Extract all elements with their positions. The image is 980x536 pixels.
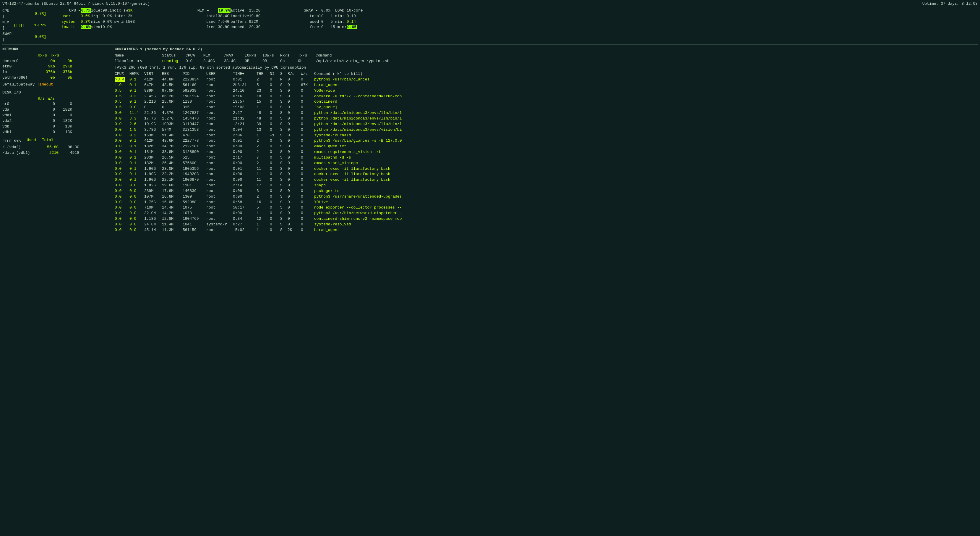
inter-label: inter (114, 14, 128, 19)
mem-bar-value: ||||| 19.9%] (13, 22, 44, 29)
mem-used-val: 7.64G (218, 19, 231, 25)
sw-int-label: sw_int (114, 19, 128, 25)
proc-11-ws: 0 (301, 138, 314, 144)
proc-12-thr: 2 (256, 144, 270, 149)
proc-16-virt: 1.90G (144, 166, 162, 172)
proc-13-time: 0:00 (233, 149, 256, 155)
proc-5-rs: 0 (288, 105, 301, 110)
disk-4-r: 0 (40, 124, 55, 129)
disk-1-name: vda (2, 107, 38, 113)
proc-16-cpu: 0.0 (115, 166, 129, 172)
proc-27-ni: 0 (270, 228, 280, 233)
mem-row4: free 30.8G cached 29.3G (197, 24, 260, 30)
proc-row-15: 0.0 0.1 182M 26.4M 575600 root 0:00 2 0 … (115, 161, 978, 166)
proc-25-time: 0:34 (233, 216, 256, 222)
proc-7-mem: 3.3 (129, 116, 144, 121)
proc-0-ni: 0 (270, 77, 280, 83)
proc-10-mem: 0.2 (129, 133, 144, 139)
disk-2-r: 0 (40, 113, 55, 118)
proc-11-mem: 0.1 (129, 138, 144, 144)
proc-23-ws: 0 (301, 205, 314, 211)
proc-8-user: root (206, 121, 233, 127)
disk-name-spacer (2, 96, 38, 102)
proc-row-8: 0.0 2.6 10.9G 1003M 3119447 root 13:21 3… (115, 121, 978, 127)
proc-2-time: 24:10 (233, 88, 256, 94)
proc-19-time: 2:14 (233, 183, 256, 188)
proc-row-12: 0.0 0.1 182M 34.7M 2127181 root 0:00 2 0… (115, 144, 978, 149)
proc-23-cpu: 0.0 (115, 205, 129, 211)
cont-0-cmd: /opt/nvidia/nvidia_entrypoint.sh (316, 59, 978, 64)
proc-25-pid: 1904769 (183, 216, 206, 222)
disk-3-name: vda2 (2, 118, 38, 124)
disk-header-row: R/s W/s (2, 96, 57, 102)
col-mem-header: MEM% (129, 71, 144, 77)
proc-12-ws: 0 (301, 144, 314, 149)
proc-11-thr: 2 (256, 138, 270, 144)
proc-23-rs: 0 (288, 205, 301, 211)
proc-19-thr: 17 (256, 183, 270, 188)
col-thr-header: THR (256, 71, 270, 77)
proc-8-cmd: python /data/miniconda3/envs/llm/bin/l (314, 121, 978, 127)
col-user-header: USER (206, 71, 233, 77)
proc-row-11: 0.0 0.1 412M 43.6M 2227778 root 0:01 2 0… (115, 138, 978, 144)
proc-18-pid: 1906879 (183, 177, 206, 183)
system-label: system (44, 19, 81, 25)
containers-header-row: Name Status CPU% MEM /MAX IOR/s IOW/s Rx… (115, 53, 978, 59)
proc-17-rs: 0 (288, 172, 301, 177)
user-label: user (44, 14, 81, 19)
proc-13-rs: 0 (288, 149, 301, 155)
proc-23-virt: 710M (144, 205, 162, 211)
proc-row-24: 0.0 0.0 32.0M 14.2M 1073 root 0:00 1 0 S… (115, 211, 978, 216)
proc-1-time: 2h8:31 (233, 83, 256, 88)
proc-4-cmd: containerd (314, 99, 978, 105)
proc-10-res: 91.4M (162, 133, 183, 139)
proc-16-s: S (280, 166, 288, 172)
proc-2-thr: 23 (256, 88, 270, 94)
network-row-1: eth09Kb29Kb (2, 64, 115, 70)
mem-pct-box: 19.9% (218, 8, 231, 13)
proc-27-time: 15:02 (233, 228, 256, 233)
proc-0-ws: 0 (301, 77, 314, 83)
proc-15-time: 0:00 (233, 161, 256, 166)
fs-1-used: 221G (44, 150, 59, 156)
col-res-header: RES (162, 71, 183, 77)
net-3-name: veth4a7680f (2, 75, 38, 81)
proc-14-rs: 0 (288, 155, 301, 161)
load-label: LOAD (331, 8, 347, 14)
inactive-label: inactive (231, 14, 249, 19)
proc-12-user: root (206, 144, 233, 149)
cont-ior-col: IOR/s (245, 53, 262, 59)
proc-3-s: S (280, 94, 288, 99)
proc-3-user: root (206, 94, 233, 99)
proc-18-thr: 11 (256, 177, 270, 183)
proc-5-virt: 0 (144, 105, 162, 110)
proc-24-s: S (280, 211, 288, 216)
proc-22-res: 16.0M (162, 200, 183, 205)
active-val: 15.2G (249, 8, 260, 14)
proc-20-cpu: 0.0 (115, 188, 129, 194)
proc-26-mem: 0.0 (129, 222, 144, 228)
proc-27-cmd: barad_agent (314, 228, 978, 233)
containers-table: Name Status CPU% MEM /MAX IOR/s IOW/s Rx… (115, 53, 978, 64)
proc-3-pid: 1901124 (183, 94, 206, 99)
proc-16-ws: 0 (301, 166, 314, 172)
proc-15-res: 26.4M (162, 161, 183, 166)
proc-11-pid: 2227778 (183, 138, 206, 144)
proc-8-res: 1003M (162, 121, 183, 127)
proc-3-res: 86.2M (162, 94, 183, 99)
proc-26-res: 11.4M (162, 222, 183, 228)
proc-16-time: 0:01 (233, 166, 256, 172)
proc-19-res: 19.6M (162, 183, 183, 188)
proc-17-pid: 1949208 (183, 172, 206, 177)
proc-24-virt: 32.0M (144, 211, 162, 216)
proc-1-s: S (280, 83, 288, 88)
system-val: 0.3% (81, 19, 91, 25)
proc-3-rs: 0 (288, 94, 301, 99)
proc-9-mem: 1.5 (129, 127, 144, 133)
col-cmd-header: Command ('k' to kill) (314, 71, 978, 77)
disk-0-w: 0 (57, 102, 72, 107)
mem-stats-panel: MEM – 19.9% active 15.2G total 38.4G ina… (197, 8, 304, 43)
proc-row-6: 0.0 11.4 22.3G 4.37G 1267837 root 2:27 4… (115, 110, 978, 116)
nice-val: 0.0% (103, 19, 114, 25)
proc-3-ni: 0 (270, 94, 280, 99)
